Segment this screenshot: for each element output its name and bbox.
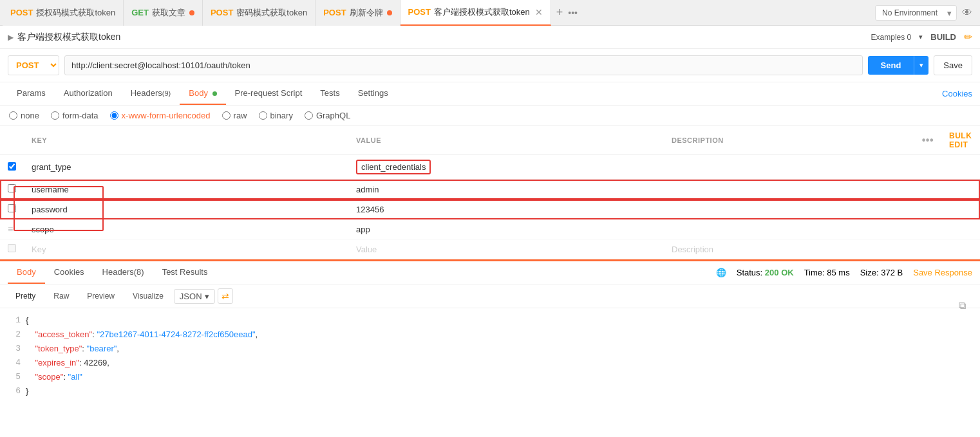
row-checkbox[interactable] <box>8 184 16 192</box>
view-tab-raw[interactable]: Raw <box>46 288 77 304</box>
response-tab-test-results[interactable]: Test Results <box>153 261 217 284</box>
drag-handle-icon[interactable]: ≡ <box>8 224 13 234</box>
tab-label: 授权码模式获取token <box>36 7 115 19</box>
row-check-cell <box>0 155 24 180</box>
env-dropdown-wrapper: No Environment <box>875 5 957 21</box>
response-tab-headers[interactable]: Headers(8) <box>93 261 153 284</box>
add-tab-icon[interactable]: + <box>556 6 563 19</box>
radio-urlencoded[interactable]: x-www-form-urlencoded <box>110 111 211 120</box>
row-desc-cell <box>664 180 914 200</box>
send-button[interactable]: Send <box>868 56 914 75</box>
tab-prerequest[interactable]: Pre-request Script <box>226 82 312 105</box>
desc-header: DESCRIPTION <box>664 126 914 155</box>
tab-tests[interactable]: Tests <box>311 82 348 105</box>
more-tabs-icon[interactable]: ••• <box>568 8 578 18</box>
tab-get-article[interactable]: GET 获取文章 <box>124 0 203 26</box>
tab-post-client[interactable]: POST 客户端授权模式获取token ✕ <box>400 0 551 26</box>
globe-icon[interactable]: 🌐 <box>716 268 726 277</box>
radio-form-data[interactable]: form-data <box>51 111 99 120</box>
row-drag-cell <box>914 219 941 239</box>
response-area: Body Cookies Headers(8) Test Results 🌐 S… <box>0 259 980 404</box>
response-tab-body[interactable]: Body <box>8 261 45 284</box>
save-response-link[interactable]: Save Response <box>913 268 972 277</box>
row-checkbox[interactable] <box>8 162 16 171</box>
method-label: POST <box>10 8 33 17</box>
url-input[interactable] <box>64 55 863 75</box>
row-action-cell <box>941 219 980 239</box>
tab-post-password[interactable]: POST 密码模式获取token <box>203 0 316 26</box>
key-value: scope <box>32 225 54 234</box>
key-value: username <box>32 185 69 194</box>
breadcrumb-bar: ▶ 客户端授权模式获取token Examples 0 ▾ BUILD ✏ <box>0 26 980 49</box>
tab-label: 客户端授权模式获取token <box>434 6 530 18</box>
body-type-row: none form-data x-www-form-urlencoded raw… <box>0 106 980 126</box>
method-select[interactable]: POST <box>8 55 59 75</box>
table-row: ≡ scope app <box>0 219 980 239</box>
row-key-cell: password <box>24 200 348 219</box>
kv-table-wrapper: KEY VALUE DESCRIPTION ••• Bulk Edit gran… <box>0 126 980 259</box>
row-value-cell: app <box>348 219 664 239</box>
tab-actions: + ••• <box>551 6 583 19</box>
response-tabs: Body Cookies Headers(8) Test Results 🌐 S… <box>0 261 980 284</box>
tab-authorization[interactable]: Authorization <box>55 82 122 105</box>
request-bar: POST Send ▾ Save <box>0 49 980 82</box>
more-options-icon[interactable]: ••• <box>922 135 934 145</box>
response-tab-cookies[interactable]: Cookies <box>45 261 93 284</box>
cookies-link[interactable]: Cookies <box>942 89 972 98</box>
placeholder-key[interactable]: Key <box>32 245 46 254</box>
json-format-dropdown[interactable]: JSON ▾ <box>174 289 215 304</box>
radio-raw[interactable]: raw <box>222 111 247 120</box>
json-line-1: { <box>26 313 972 328</box>
tab-settings[interactable]: Settings <box>349 82 397 105</box>
json-dropdown-chevron: ▾ <box>205 292 209 301</box>
examples-button[interactable]: Examples 0 <box>871 33 912 42</box>
radio-none[interactable]: none <box>9 111 39 120</box>
view-tab-preview[interactable]: Preview <box>79 288 122 304</box>
row-key-cell: username <box>24 180 348 200</box>
status-value: 200 OK <box>765 268 794 277</box>
size-label: Size: 372 B <box>860 268 903 277</box>
placeholder-desc-cell: Description <box>664 239 914 259</box>
build-area: Examples 0 ▾ BUILD ✏ <box>871 31 972 43</box>
row-value-cell: 123456 <box>348 200 664 219</box>
tab-close-icon[interactable]: ✕ <box>535 7 543 17</box>
row-check-cell <box>0 200 24 219</box>
row-key-cell: scope <box>24 219 348 239</box>
method-label: GET <box>131 8 149 17</box>
view-tab-visualize[interactable]: Visualize <box>125 288 171 304</box>
tab-post-refresh[interactable]: POST 刷新令牌 <box>316 0 400 26</box>
json-line-5: "scope": "all" <box>26 370 972 384</box>
method-label: POST <box>323 8 346 17</box>
tab-headers[interactable]: Headers(9) <box>122 82 180 105</box>
save-button[interactable]: Save <box>934 55 972 75</box>
line-numbers: 123456 <box>8 313 21 399</box>
examples-chevron-icon[interactable]: ▾ <box>919 33 923 41</box>
placeholder-drag-cell <box>914 239 941 259</box>
key-value: grant_type <box>32 162 71 172</box>
table-row: password 123456 <box>0 200 980 219</box>
placeholder-checkbox[interactable] <box>8 244 16 252</box>
placeholder-value[interactable]: Value <box>356 245 377 254</box>
radio-binary[interactable]: binary <box>259 111 293 120</box>
send-dropdown-button[interactable]: ▾ <box>914 56 928 75</box>
build-button[interactable]: BUILD <box>930 32 956 42</box>
eye-icon[interactable]: 👁 <box>962 7 972 19</box>
placeholder-description[interactable]: Description <box>672 245 713 254</box>
edit-icon[interactable]: ✏ <box>964 31 972 43</box>
json-line-6: } <box>26 384 972 398</box>
tab-params[interactable]: Params <box>8 82 55 105</box>
bulk-edit-link[interactable]: Bulk Edit <box>949 131 972 149</box>
breadcrumb-arrow-icon: ▶ <box>8 33 14 42</box>
tab-post-authorization[interactable]: POST 授权码模式获取token <box>3 0 124 26</box>
tab-label: 密码模式获取token <box>236 7 307 19</box>
view-tab-pretty[interactable]: Pretty <box>8 288 43 304</box>
row-checkbox[interactable] <box>8 204 16 212</box>
tab-body[interactable]: Body <box>180 82 225 105</box>
status-label: Status: 200 OK <box>737 268 794 277</box>
json-line-2: "access_token": "27be1267-4011-4724-8272… <box>26 328 972 342</box>
wrap-icon[interactable]: ⇄ <box>218 288 233 304</box>
method-label: POST <box>408 7 431 17</box>
radio-graphql[interactable]: GraphQL <box>305 111 350 120</box>
env-dropdown[interactable]: No Environment <box>875 5 957 21</box>
placeholder-action-cell <box>941 239 980 259</box>
